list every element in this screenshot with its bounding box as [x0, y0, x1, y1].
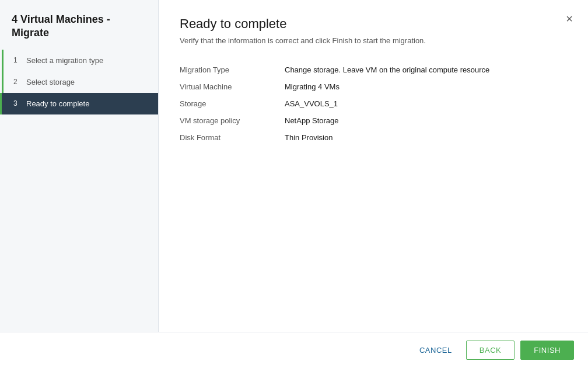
- step-number-3: 3: [13, 99, 22, 107]
- info-table-row: Migration Type Change storage. Leave VM …: [180, 61, 567, 78]
- info-value-3: NetApp Storage: [285, 112, 567, 129]
- info-value-2: ASA_VVOLS_1: [285, 95, 567, 112]
- migrate-dialog: 4 Virtual Machines - Migrate 1 Select a …: [0, 0, 588, 368]
- info-value-1: Migrating 4 VMs: [285, 78, 567, 95]
- info-value-0: Change storage. Leave VM on the original…: [285, 61, 567, 78]
- step-label-2: Select storage: [26, 78, 75, 86]
- step-label-3: Ready to complete: [26, 99, 89, 108]
- step-label-1: Select a migration type: [26, 56, 103, 65]
- info-table-row: VM storage policy NetApp Storage: [180, 112, 567, 129]
- sidebar-steps: 1 Select a migration type 2 Select stora…: [0, 50, 158, 114]
- content-subtitle: Verify that the information is correct a…: [180, 36, 567, 45]
- info-key-4: Disk Format: [180, 129, 285, 146]
- main-content: × Ready to complete Verify that the info…: [159, 0, 588, 332]
- content-title: Ready to complete: [180, 16, 567, 32]
- dialog-footer: CANCEL BACK FINISH: [0, 332, 588, 368]
- info-key-1: Virtual Machine: [180, 78, 285, 95]
- info-table-row: Storage ASA_VVOLS_1: [180, 95, 567, 112]
- finish-button[interactable]: FINISH: [520, 341, 574, 360]
- sidebar-step-1[interactable]: 1 Select a migration type: [0, 50, 158, 71]
- cancel-button[interactable]: CANCEL: [411, 341, 460, 359]
- sidebar-step-3: 3 Ready to complete: [0, 93, 158, 114]
- dialog-body: 4 Virtual Machines - Migrate 1 Select a …: [0, 0, 588, 332]
- step-number-1: 1: [13, 56, 22, 64]
- sidebar: 4 Virtual Machines - Migrate 1 Select a …: [0, 0, 159, 332]
- info-table: Migration Type Change storage. Leave VM …: [180, 61, 567, 146]
- info-table-row: Virtual Machine Migrating 4 VMs: [180, 78, 567, 95]
- close-button[interactable]: ×: [561, 11, 578, 27]
- step-number-2: 2: [13, 78, 22, 86]
- sidebar-title: 4 Virtual Machines - Migrate: [0, 0, 158, 50]
- info-value-4: Thin Provision: [285, 129, 567, 146]
- info-table-row: Disk Format Thin Provision: [180, 129, 567, 146]
- sidebar-step-2[interactable]: 2 Select storage: [0, 71, 158, 93]
- info-key-3: VM storage policy: [180, 112, 285, 129]
- back-button[interactable]: BACK: [466, 341, 514, 360]
- info-key-0: Migration Type: [180, 61, 285, 78]
- info-key-2: Storage: [180, 95, 285, 112]
